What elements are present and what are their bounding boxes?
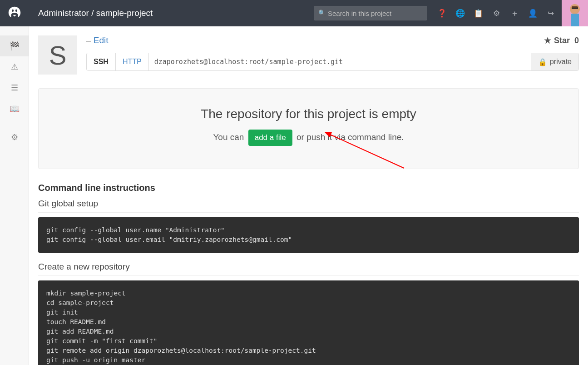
edit-link[interactable]: Edit <box>94 35 109 45</box>
user-icon[interactable]: 👤 <box>524 0 542 26</box>
cli-heading: Command line instructions <box>38 183 579 193</box>
book-icon: 📖 <box>10 104 20 114</box>
sidebar-item-issues[interactable]: ⚠ <box>0 56 29 77</box>
visibility-label: private <box>550 58 572 66</box>
search-input[interactable] <box>314 6 427 20</box>
star-button[interactable]: ★ Star 0 <box>544 35 579 45</box>
gears-icon: ⚙ <box>11 132 18 142</box>
main-content: S – Edit ★ Star 0 SSH HTTP <box>29 26 588 365</box>
svg-line-5 <box>329 134 404 168</box>
cli-create-heading: Create a new repository <box>38 262 579 276</box>
empty-repo-subtitle: You can add a file or push it via comman… <box>48 130 569 146</box>
globe-icon[interactable]: 🌐 <box>451 0 469 26</box>
copy-icon[interactable]: 📋 <box>469 0 487 26</box>
user-avatar[interactable] <box>562 0 588 26</box>
star-label: Star <box>554 36 570 45</box>
project-header: S – Edit ★ Star 0 SSH HTTP <box>38 35 579 75</box>
add-file-button[interactable]: add a file <box>248 130 292 146</box>
cli-create-code[interactable]: mkdir sample-project cd sample-project g… <box>38 280 579 365</box>
sidebar-item-settings[interactable]: ⚙ <box>0 127 29 148</box>
signout-icon[interactable]: ↪ <box>542 0 560 26</box>
empty-prefix: You can <box>213 132 244 142</box>
annotation-arrow <box>325 132 406 173</box>
search-wrap: 🔍 <box>314 6 427 20</box>
breadcrumb[interactable]: Administrator / sample-project <box>38 8 314 18</box>
warning-icon: ⚠ <box>11 62 18 72</box>
lock-icon: 🔒 <box>538 58 547 66</box>
edit-container: – Edit <box>86 35 109 45</box>
sidebar-divider <box>0 123 29 123</box>
sidebar: 🏁 ⚠ ☰ 📖 ⚙ <box>0 26 29 365</box>
svg-rect-4 <box>572 6 578 8</box>
empty-repo-panel: The repository for this project is empty… <box>38 88 579 169</box>
help-icon[interactable]: ❓ <box>433 0 451 26</box>
sidebar-item-dashboard[interactable]: 🏁 <box>0 35 29 56</box>
list-icon: ☰ <box>11 83 18 93</box>
cli-global-heading: Git global setup <box>38 199 579 213</box>
top-navbar: Administrator / sample-project 🔍 ❓ 🌐 📋 ⚙… <box>0 0 588 26</box>
star-icon: ★ <box>544 35 551 45</box>
clone-url-input[interactable] <box>149 53 531 70</box>
empty-repo-title: The repository for this project is empty <box>48 107 569 121</box>
svg-rect-2 <box>571 14 579 26</box>
clone-tab-ssh[interactable]: SSH <box>87 53 116 70</box>
app-logo[interactable] <box>0 0 29 26</box>
cli-global-code[interactable]: git config --global user.name "Administr… <box>38 217 579 253</box>
star-count: 0 <box>574 36 579 45</box>
project-avatar: S <box>38 35 77 75</box>
clone-tab-http[interactable]: HTTP <box>116 53 149 70</box>
dashboard-icon: 🏁 <box>10 41 20 51</box>
visibility-badge: 🔒 private <box>531 53 578 70</box>
edit-dash: – <box>86 35 94 45</box>
sidebar-item-book[interactable]: 📖 <box>0 98 29 119</box>
header-actions: ❓ 🌐 📋 ⚙ ＋ 👤 ↪ <box>433 0 560 26</box>
sidebar-item-list[interactable]: ☰ <box>0 77 29 98</box>
search-icon: 🔍 <box>318 10 326 16</box>
plus-icon[interactable]: ＋ <box>505 0 524 26</box>
clone-row: SSH HTTP 🔒 private <box>86 53 579 71</box>
settings-icon[interactable]: ⚙ <box>487 0 505 26</box>
